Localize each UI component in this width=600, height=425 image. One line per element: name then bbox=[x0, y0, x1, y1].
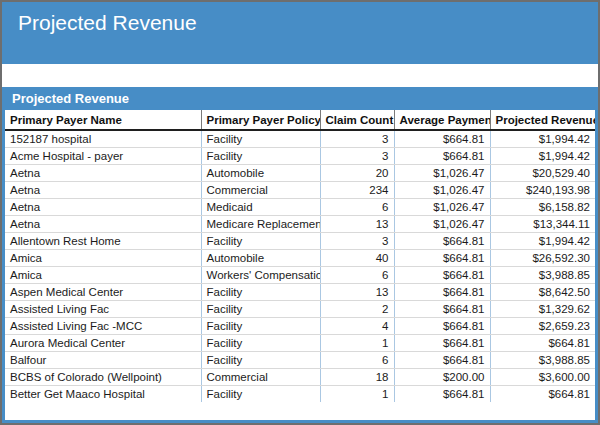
cell-projected-revenue: $3,988.85 bbox=[490, 266, 595, 283]
cell-primary-payer-name: 152187 hospital bbox=[5, 130, 201, 147]
cell-primary-payer-policy: Facility bbox=[201, 130, 320, 147]
report-title: Projected Revenue bbox=[12, 91, 129, 106]
cell-primary-payer-name: Aurora Medical Center bbox=[5, 334, 201, 351]
table-row: Acme Hospital - payerFacility3$664.81$1,… bbox=[5, 147, 595, 164]
cell-primary-payer-name: Amica bbox=[5, 249, 201, 266]
cell-primary-payer-name: Acme Hospital - payer bbox=[5, 147, 201, 164]
cell-average-payment: $664.81 bbox=[394, 351, 490, 368]
table-row: BCBS of Colorado (Wellpoint)Commercial18… bbox=[5, 368, 595, 385]
cell-primary-payer-policy: Automobile bbox=[201, 164, 320, 181]
table-row: AetnaAutomobile20$1,026.47$20,529.40 bbox=[5, 164, 595, 181]
cell-average-payment: $664.81 bbox=[394, 283, 490, 300]
cell-projected-revenue: $2,659.23 bbox=[490, 317, 595, 334]
column-header-primary-payer-policy: Primary Payer Policy bbox=[201, 110, 320, 130]
cell-claim-count: 20 bbox=[320, 164, 394, 181]
cell-average-payment: $664.81 bbox=[394, 232, 490, 249]
cell-primary-payer-name: Balfour bbox=[5, 351, 201, 368]
cell-primary-payer-name: Aetna bbox=[5, 181, 201, 198]
cell-projected-revenue: $664.81 bbox=[490, 334, 595, 351]
table-row: AmicaWorkers' Compensation6$664.81$3,988… bbox=[5, 266, 595, 283]
cell-primary-payer-policy: Facility bbox=[201, 300, 320, 317]
cell-claim-count: 4 bbox=[320, 317, 394, 334]
cell-primary-payer-policy: Medicare Replacement bbox=[201, 215, 320, 232]
table-row: AetnaMedicare Replacement13$1,026.47$13,… bbox=[5, 215, 595, 232]
header-spacer bbox=[2, 64, 598, 87]
table-row: Assisted Living Fac -MCCFacility4$664.81… bbox=[5, 317, 595, 334]
table-row: Assisted Living FacFacility2$664.81$1,32… bbox=[5, 300, 595, 317]
cell-projected-revenue: $1,994.42 bbox=[490, 232, 595, 249]
report-table: Primary Payer NamePrimary Payer PolicyCl… bbox=[5, 110, 595, 402]
cell-average-payment: $1,026.47 bbox=[394, 198, 490, 215]
cell-primary-payer-policy: Facility bbox=[201, 317, 320, 334]
cell-claim-count: 40 bbox=[320, 249, 394, 266]
cell-average-payment: $664.81 bbox=[394, 266, 490, 283]
cell-claim-count: 3 bbox=[320, 147, 394, 164]
cell-primary-payer-policy: Facility bbox=[201, 334, 320, 351]
cell-claim-count: 6 bbox=[320, 198, 394, 215]
cell-primary-payer-name: Aspen Medical Center bbox=[5, 283, 201, 300]
cell-average-payment: $664.81 bbox=[394, 317, 490, 334]
cell-average-payment: $1,026.47 bbox=[394, 164, 490, 181]
table-row: Aurora Medical CenterFacility1$664.81$66… bbox=[5, 334, 595, 351]
column-header-average-payment: Average Payment bbox=[394, 110, 490, 130]
table-row: Aspen Medical CenterFacility13$664.81$8,… bbox=[5, 283, 595, 300]
cell-claim-count: 6 bbox=[320, 351, 394, 368]
cell-average-payment: $664.81 bbox=[394, 300, 490, 317]
cell-primary-payer-policy: Commercial bbox=[201, 368, 320, 385]
table-row: AetnaMedicaid6$1,026.47$6,158.82 bbox=[5, 198, 595, 215]
cell-projected-revenue: $6,158.82 bbox=[490, 198, 595, 215]
cell-claim-count: 18 bbox=[320, 368, 394, 385]
table-row: BalfourFacility6$664.81$3,988.85 bbox=[5, 351, 595, 368]
cell-primary-payer-policy: Facility bbox=[201, 385, 320, 402]
cell-primary-payer-policy: Medicaid bbox=[201, 198, 320, 215]
cell-claim-count: 234 bbox=[320, 181, 394, 198]
cell-primary-payer-policy: Commercial bbox=[201, 181, 320, 198]
cell-average-payment: $1,026.47 bbox=[394, 215, 490, 232]
table-row: AetnaCommercial234$1,026.47$240,193.98 bbox=[5, 181, 595, 198]
cell-claim-count: 3 bbox=[320, 232, 394, 249]
table-row: AmicaAutomobile40$664.81$26,592.30 bbox=[5, 249, 595, 266]
cell-primary-payer-policy: Facility bbox=[201, 147, 320, 164]
cell-average-payment: $200.00 bbox=[394, 368, 490, 385]
column-header-projected-revenue: Projected Revenue bbox=[490, 110, 595, 130]
report-window: Projected Revenue Projected Revenue Prim… bbox=[0, 0, 600, 425]
cell-claim-count: 2 bbox=[320, 300, 394, 317]
cell-primary-payer-name: Amica bbox=[5, 266, 201, 283]
cell-primary-payer-name: Aetna bbox=[5, 215, 201, 232]
cell-claim-count: 13 bbox=[320, 215, 394, 232]
page-title: Projected Revenue bbox=[18, 11, 197, 34]
cell-primary-payer-name: Assisted Living Fac bbox=[5, 300, 201, 317]
table-header-row: Primary Payer NamePrimary Payer PolicyCl… bbox=[5, 110, 595, 130]
cell-claim-count: 6 bbox=[320, 266, 394, 283]
cell-primary-payer-name: Allentown Rest Home bbox=[5, 232, 201, 249]
column-header-primary-payer-name: Primary Payer Name bbox=[5, 110, 201, 130]
cell-projected-revenue: $1,994.42 bbox=[490, 147, 595, 164]
table-row: Better Get Maaco HospitalFacility1$664.8… bbox=[5, 385, 595, 402]
cell-primary-payer-name: Assisted Living Fac -MCC bbox=[5, 317, 201, 334]
table-row: Allentown Rest HomeFacility3$664.81$1,99… bbox=[5, 232, 595, 249]
cell-average-payment: $664.81 bbox=[394, 334, 490, 351]
cell-claim-count: 13 bbox=[320, 283, 394, 300]
cell-primary-payer-policy: Automobile bbox=[201, 249, 320, 266]
cell-projected-revenue: $3,988.85 bbox=[490, 351, 595, 368]
cell-projected-revenue: $240,193.98 bbox=[490, 181, 595, 198]
cell-primary-payer-name: BCBS of Colorado (Wellpoint) bbox=[5, 368, 201, 385]
cell-projected-revenue: $20,529.40 bbox=[490, 164, 595, 181]
cell-projected-revenue: $26,592.30 bbox=[490, 249, 595, 266]
cell-claim-count: 3 bbox=[320, 130, 394, 147]
cell-projected-revenue: $13,344.11 bbox=[490, 215, 595, 232]
cell-claim-count: 1 bbox=[320, 385, 394, 402]
cell-average-payment: $1,026.47 bbox=[394, 181, 490, 198]
table-row: 152187 hospitalFacility3$664.81$1,994.42 bbox=[5, 130, 595, 147]
cell-projected-revenue: $3,600.00 bbox=[490, 368, 595, 385]
page-header: Projected Revenue bbox=[2, 2, 598, 64]
report-panel: Projected Revenue Primary Payer NamePrim… bbox=[2, 87, 598, 423]
cell-average-payment: $664.81 bbox=[394, 249, 490, 266]
cell-primary-payer-policy: Facility bbox=[201, 351, 320, 368]
cell-primary-payer-name: Better Get Maaco Hospital bbox=[5, 385, 201, 402]
cell-claim-count: 1 bbox=[320, 334, 394, 351]
cell-primary-payer-policy: Facility bbox=[201, 232, 320, 249]
cell-primary-payer-policy: Workers' Compensation bbox=[201, 266, 320, 283]
cell-primary-payer-name: Aetna bbox=[5, 164, 201, 181]
cell-projected-revenue: $1,994.42 bbox=[490, 130, 595, 147]
